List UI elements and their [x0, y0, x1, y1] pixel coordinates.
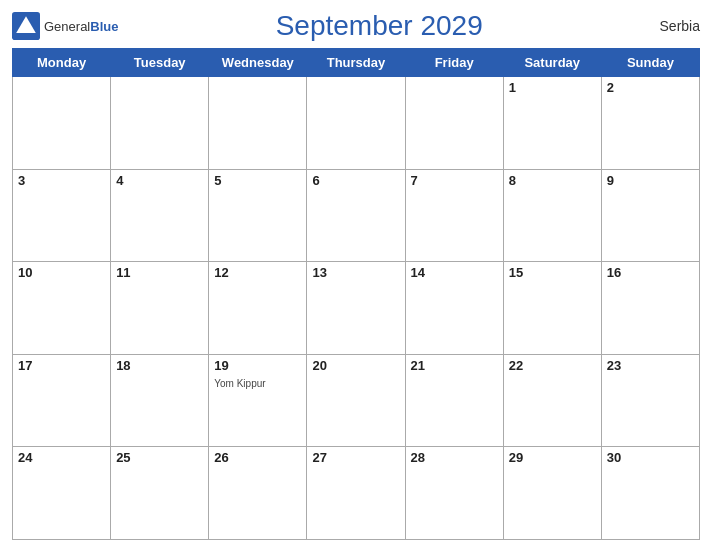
calendar-cell-w1-d4 — [307, 77, 405, 170]
calendar-cell-w3-d1: 10 — [13, 262, 111, 355]
header-row: GeneralBlue September 2029 Serbia — [12, 10, 700, 42]
day-number: 12 — [214, 265, 301, 280]
day-number: 25 — [116, 450, 203, 465]
day-number: 10 — [18, 265, 105, 280]
calendar-cell-w2-d4: 6 — [307, 169, 405, 262]
day-number: 9 — [607, 173, 694, 188]
day-number: 17 — [18, 358, 105, 373]
header-saturday: Saturday — [503, 49, 601, 77]
day-number: 26 — [214, 450, 301, 465]
day-number: 20 — [312, 358, 399, 373]
calendar-cell-w3-d2: 11 — [111, 262, 209, 355]
country-label: Serbia — [640, 18, 700, 34]
calendar-table: Monday Tuesday Wednesday Thursday Friday… — [12, 48, 700, 540]
calendar-cell-w2-d6: 8 — [503, 169, 601, 262]
calendar-cell-w2-d3: 5 — [209, 169, 307, 262]
day-number: 11 — [116, 265, 203, 280]
week-row-2: 3456789 — [13, 169, 700, 262]
day-number: 8 — [509, 173, 596, 188]
day-number: 21 — [411, 358, 498, 373]
day-number: 24 — [18, 450, 105, 465]
calendar-cell-w4-d7: 23 — [601, 354, 699, 447]
calendar-cell-w4-d5: 21 — [405, 354, 503, 447]
day-number: 13 — [312, 265, 399, 280]
calendar-cell-w3-d3: 12 — [209, 262, 307, 355]
day-number: 3 — [18, 173, 105, 188]
page-title: September 2029 — [118, 10, 640, 42]
calendar-cell-w2-d1: 3 — [13, 169, 111, 262]
day-number: 2 — [607, 80, 694, 95]
day-number: 6 — [312, 173, 399, 188]
header-sunday: Sunday — [601, 49, 699, 77]
day-number: 1 — [509, 80, 596, 95]
calendar-cell-w5-d3: 26 — [209, 447, 307, 540]
day-number: 27 — [312, 450, 399, 465]
calendar-cell-w3-d4: 13 — [307, 262, 405, 355]
calendar-cell-w1-d7: 2 — [601, 77, 699, 170]
calendar-cell-w3-d5: 14 — [405, 262, 503, 355]
calendar-cell-w5-d7: 30 — [601, 447, 699, 540]
day-number: 30 — [607, 450, 694, 465]
day-number: 15 — [509, 265, 596, 280]
calendar-cell-w1-d5 — [405, 77, 503, 170]
calendar-cell-w4-d1: 17 — [13, 354, 111, 447]
calendar-cell-w1-d6: 1 — [503, 77, 601, 170]
week-row-1: 12 — [13, 77, 700, 170]
day-event: Yom Kippur — [214, 378, 265, 389]
day-number: 28 — [411, 450, 498, 465]
day-number: 22 — [509, 358, 596, 373]
calendar-cell-w1-d1 — [13, 77, 111, 170]
calendar-cell-w1-d3 — [209, 77, 307, 170]
page-wrapper: GeneralBlue September 2029 Serbia Monday… — [0, 0, 712, 550]
day-number: 14 — [411, 265, 498, 280]
header-friday: Friday — [405, 49, 503, 77]
calendar-cell-w1-d2 — [111, 77, 209, 170]
weekday-header-row: Monday Tuesday Wednesday Thursday Friday… — [13, 49, 700, 77]
calendar-cell-w5-d6: 29 — [503, 447, 601, 540]
week-row-3: 10111213141516 — [13, 262, 700, 355]
calendar-cell-w4-d6: 22 — [503, 354, 601, 447]
day-number: 23 — [607, 358, 694, 373]
week-row-5: 24252627282930 — [13, 447, 700, 540]
day-number: 16 — [607, 265, 694, 280]
calendar-cell-w2-d5: 7 — [405, 169, 503, 262]
header-tuesday: Tuesday — [111, 49, 209, 77]
calendar-cell-w5-d4: 27 — [307, 447, 405, 540]
day-number: 4 — [116, 173, 203, 188]
calendar-cell-w3-d6: 15 — [503, 262, 601, 355]
day-number: 19 — [214, 358, 301, 373]
week-row-4: 171819Yom Kippur20212223 — [13, 354, 700, 447]
calendar-cell-w2-d7: 9 — [601, 169, 699, 262]
calendar-cell-w3-d7: 16 — [601, 262, 699, 355]
calendar-cell-w4-d2: 18 — [111, 354, 209, 447]
day-number: 5 — [214, 173, 301, 188]
day-number: 29 — [509, 450, 596, 465]
day-number: 7 — [411, 173, 498, 188]
calendar-cell-w5-d2: 25 — [111, 447, 209, 540]
calendar-cell-w5-d5: 28 — [405, 447, 503, 540]
calendar-cell-w2-d2: 4 — [111, 169, 209, 262]
header-thursday: Thursday — [307, 49, 405, 77]
header-wednesday: Wednesday — [209, 49, 307, 77]
logo: GeneralBlue — [12, 12, 118, 40]
generalblue-logo-icon — [12, 12, 40, 40]
calendar-cell-w4-d4: 20 — [307, 354, 405, 447]
day-number: 18 — [116, 358, 203, 373]
calendar-cell-w5-d1: 24 — [13, 447, 111, 540]
calendar-cell-w4-d3: 19Yom Kippur — [209, 354, 307, 447]
header-monday: Monday — [13, 49, 111, 77]
logo-text: GeneralBlue — [44, 17, 118, 35]
